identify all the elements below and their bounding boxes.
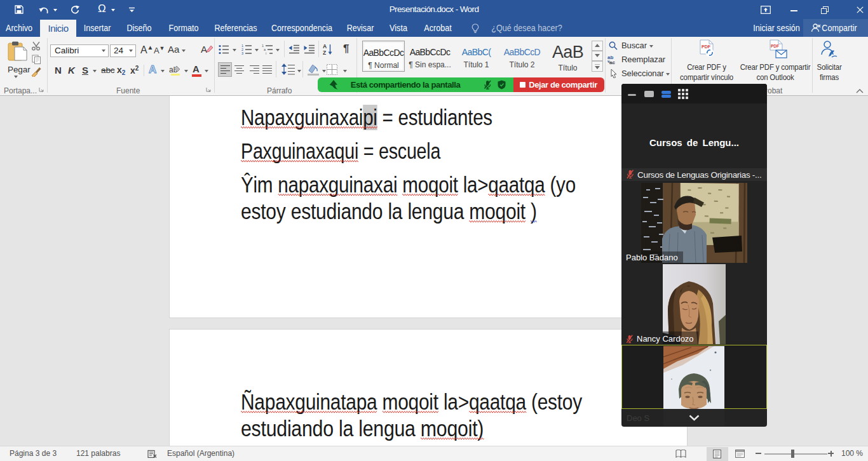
svg-text:A: A [323, 43, 327, 50]
svg-text:i: i [266, 51, 266, 55]
svg-text:Z: Z [323, 50, 326, 55]
svg-text:PDF: PDF [702, 44, 711, 49]
svg-text:3: 3 [241, 51, 243, 55]
svg-text:PDF: PDF [771, 44, 779, 48]
svg-text:ac: ac [609, 60, 615, 65]
